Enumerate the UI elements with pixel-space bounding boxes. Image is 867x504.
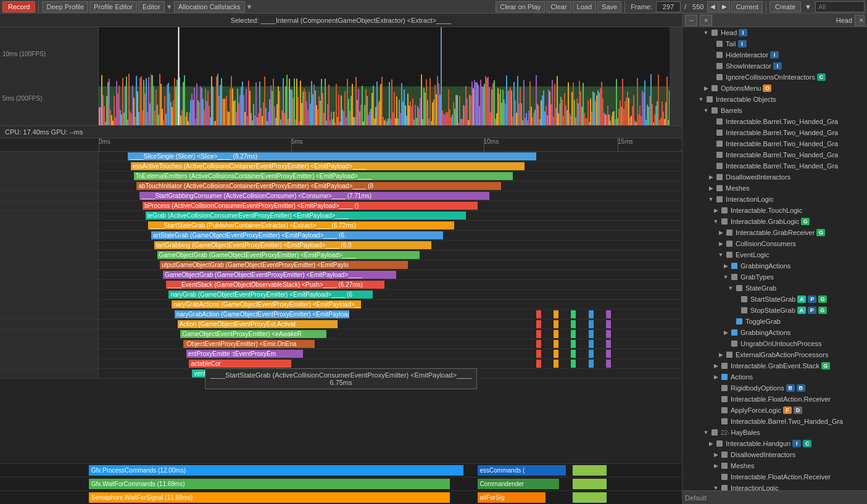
hierarchy-item[interactable]: ▶Meshes — [682, 460, 867, 471]
hierarchy-content[interactable]: ▼HeadITailIHideInteractorIShowInteractor… — [682, 27, 867, 490]
frame-input[interactable] — [656, 1, 681, 12]
row-bars[interactable]: ToExternalEmitters (ActiveCollisionsCont… — [99, 171, 682, 181]
timeline-bar[interactable]: GameObjectGrab (GameObjectEventProxyEmit… — [157, 251, 420, 259]
editor-button[interactable]: Editor — [138, 1, 165, 12]
hierarchy-item[interactable]: ▶DisallowedInteractors — [682, 171, 867, 183]
row-bars[interactable]: actableCor — [99, 359, 682, 368]
allocation-callstacks-button[interactable]: Allocation Callstacks — [174, 1, 245, 12]
timeline-row[interactable]: utputGameObjectGrab (GameObjectEventProx… — [0, 260, 682, 270]
timeline-row[interactable]: ____StartGrabbingConsumer (ActiveCollisi… — [0, 191, 682, 201]
clear-button[interactable]: Clear — [546, 1, 571, 12]
hierarchy-item[interactable]: ▼HeadI — [682, 27, 867, 38]
row-bars[interactable]: ____EventStack (GameObjectObservableStac… — [99, 280, 682, 289]
timeline-row[interactable]: teGrab (ActiveCollisionConsumerEventProx… — [0, 211, 682, 221]
row-bars[interactable]: naryGrabAction (GameObjectEventProxyEmit… — [99, 310, 682, 319]
hierarchy-item[interactable]: ▶Interactable.GrabReceiverG — [682, 227, 867, 238]
hierarchy-item[interactable]: ▶Meshes — [682, 183, 867, 194]
timeline-row[interactable]: GameObjectEventProxyEmitter) <eAwakeR — [0, 329, 682, 339]
hierarchy-item[interactable]: ShowInteractorI — [682, 60, 867, 72]
tree-arrow[interactable]: ▼ — [717, 252, 724, 258]
tree-arrow[interactable]: ▼ — [712, 218, 720, 225]
tree-arrow[interactable]: ▶ — [712, 374, 720, 380]
tree-arrow[interactable]: ▼ — [702, 429, 710, 436]
hierarchy-expand-button[interactable]: ≡ — [700, 15, 711, 26]
timeline-bar[interactable]: tartGrabbing (GameObjectEventProxyEmitte… — [154, 241, 431, 249]
timeline-row[interactable]: bProcess (ActiveCollisionConsumerEventPr… — [0, 201, 682, 211]
search-input[interactable] — [815, 1, 865, 12]
tree-arrow[interactable]: ▼ — [712, 485, 720, 490]
hierarchy-item[interactable]: ApplyForceLogicFD — [682, 405, 867, 416]
hierarchy-item[interactable]: StartStateGrabAPG — [682, 294, 867, 305]
row-bars[interactable]: ____SliceSingle (Slicer) <Slice>____ (8.… — [99, 152, 682, 161]
timeline-row[interactable]: essActiveTouches (ActiveCollisionsContai… — [0, 162, 682, 171]
hierarchy-collapse-button[interactable]: ─ — [685, 15, 697, 26]
timeline-row[interactable]: naryGrabActions (GameObjectEventProxyEmi… — [0, 300, 682, 310]
tree-arrow[interactable]: ▶ — [707, 185, 715, 191]
hierarchy-item[interactable]: Interactable.Barrel.Two_Handed_Gra — [682, 127, 867, 138]
timeline-row[interactable]: naryGrabAction (GameObjectEventProxyEmit… — [0, 310, 682, 320]
timeline-bar[interactable]: GameObjectGrab (GameObjectEventProxyEmit… — [163, 271, 396, 279]
timeline-bar[interactable]: bProcess (ActiveCollisionConsumerEventPr… — [143, 202, 478, 210]
timeline-bar[interactable]: ToExternalEmitters (ActiveCollisionsCont… — [134, 172, 513, 180]
timeline-bar[interactable]: utputGameObjectGrab (GameObjectEventProx… — [160, 261, 408, 269]
tree-arrow[interactable]: ▶ — [707, 174, 715, 180]
timeline-bar[interactable]: entProxyEmitte :tEventProxyEm — [186, 350, 303, 358]
hierarchy-item[interactable]: ▼Interactable.GrabLogicG — [682, 216, 867, 227]
row-bars[interactable]: GameObjectGrab (GameObjectEventProxyEmit… — [99, 270, 682, 279]
tree-arrow[interactable]: ▶ — [712, 207, 720, 213]
row-bars[interactable]: naryGrabActions (GameObjectEventProxyEmi… — [99, 300, 682, 309]
timeline-row[interactable]: GameObjectGrab (GameObjectEventProxyEmit… — [0, 250, 682, 260]
hierarchy-item[interactable]: ▼InteractionLogic — [682, 482, 867, 490]
hierarchy-item[interactable]: ToggleGrab — [682, 316, 867, 327]
hierarchy-item[interactable]: StopStateGrabAPG — [682, 305, 867, 316]
tree-arrow[interactable]: ▼ — [707, 196, 715, 202]
timeline-row[interactable]: ____SliceSingle (Slicer) <Slice>____ (8.… — [0, 152, 682, 162]
hierarchy-item[interactable]: ▶GrabbingActions — [682, 260, 867, 271]
profile-editor-button[interactable]: Profile Editor — [89, 1, 137, 12]
row-bars[interactable]: teGrab (ActiveCollisionConsumerEventProx… — [99, 211, 682, 220]
hierarchy-item[interactable]: ▶GrabbingActions — [682, 327, 867, 338]
timeline-bar[interactable]: actableCor — [189, 360, 291, 368]
timeline-bar[interactable]: naryGrabActions (GameObjectEventProxyEmi… — [172, 300, 361, 308]
hierarchy-item[interactable]: ▶Interactable.GrabEvent.StackG — [682, 360, 867, 371]
current-button[interactable]: Current — [731, 1, 763, 12]
hierarchy-item[interactable]: ▼Interactable Objects — [682, 94, 867, 105]
hierarchy-item[interactable]: ▼EventLogic — [682, 249, 867, 260]
row-bars[interactable]: entProxyEmitte :tEventProxyEm — [99, 349, 682, 358]
tree-arrow[interactable]: ▼ — [722, 274, 729, 280]
timeline-bar[interactable]: naryGrabAction (GameObjectEventProxyEmit… — [175, 310, 350, 318]
hierarchy-item[interactable]: Interactable.FloatAction.Receiver — [682, 471, 867, 482]
bottom-bar-row[interactable]: Gfx.WaitForCommands (11.69ms)Commandende… — [0, 477, 682, 490]
row-bars[interactable]: ____StartStateGrab (PublisherContainerEx… — [99, 221, 682, 230]
timeline-row[interactable]: ____EventStack (GameObjectObservableStac… — [0, 280, 682, 290]
row-bars[interactable]: naryGrab (GameObjectEventProxyEmitter) <… — [99, 290, 682, 299]
timeline-bar[interactable]: ventPro: — [192, 370, 280, 378]
hierarchy-item[interactable]: Interactable.Barrel.Two_Handed_Gra — [682, 149, 867, 160]
bottom-bar-row[interactable]: Gfx.ProcessCommands (12.00ms)essCommands… — [0, 463, 682, 477]
timeline-row[interactable]: Action (GameObjectEventProxyEvt.Activat — [0, 320, 682, 329]
tree-arrow[interactable]: ▶ — [722, 329, 729, 336]
hierarchy-item[interactable]: IgnoreCollisionsOnInteractorsC — [682, 72, 867, 83]
tree-arrow[interactable]: ▶ — [717, 352, 724, 358]
create-button[interactable]: Create — [770, 1, 801, 12]
hierarchy-item[interactable]: RigidbodyOptionsBB — [682, 382, 867, 394]
hierarchy-item[interactable]: TailI — [682, 38, 867, 49]
row-bars[interactable]: utputGameObjectGrab (GameObjectEventProx… — [99, 260, 682, 270]
timeline-row[interactable]: actableCor — [0, 359, 682, 369]
hierarchy-item[interactable]: HideInteractorI — [682, 49, 867, 60]
row-bars[interactable]: bProcess (ActiveCollisionConsumerEventPr… — [99, 201, 682, 210]
hierarchy-item[interactable]: ▶DisallowedInteractors — [682, 449, 867, 460]
timeline-row[interactable]: :ObjectEventProxyEmitter) <Emir.OnEna — [0, 339, 682, 349]
timeline-row[interactable]: ____StartStateGrab (PublisherContainerEx… — [0, 221, 682, 231]
row-bars[interactable]: tartGrabbing (GameObjectEventProxyEmitte… — [99, 241, 682, 250]
row-bars[interactable]: ventPro: — [99, 369, 682, 378]
hierarchy-item[interactable]: Interactable.Barrel.Two_Handed_Gra — [682, 416, 867, 427]
tree-arrow[interactable]: ▶ — [702, 85, 710, 91]
timeline-graph[interactable] — [99, 27, 670, 125]
load-button[interactable]: Load — [573, 1, 596, 12]
row-bars[interactable]: artStateGrab (GameObjectEventProxyEmitte… — [99, 231, 682, 240]
deep-profile-button[interactable]: Deep Profile — [42, 1, 88, 12]
overview-scrollbar[interactable] — [670, 27, 682, 125]
hierarchy-close-button[interactable]: ✕ — [855, 15, 865, 26]
timeline-bar[interactable]: ____SliceSingle (Slicer) <Slice>____ (8.… — [128, 152, 536, 160]
